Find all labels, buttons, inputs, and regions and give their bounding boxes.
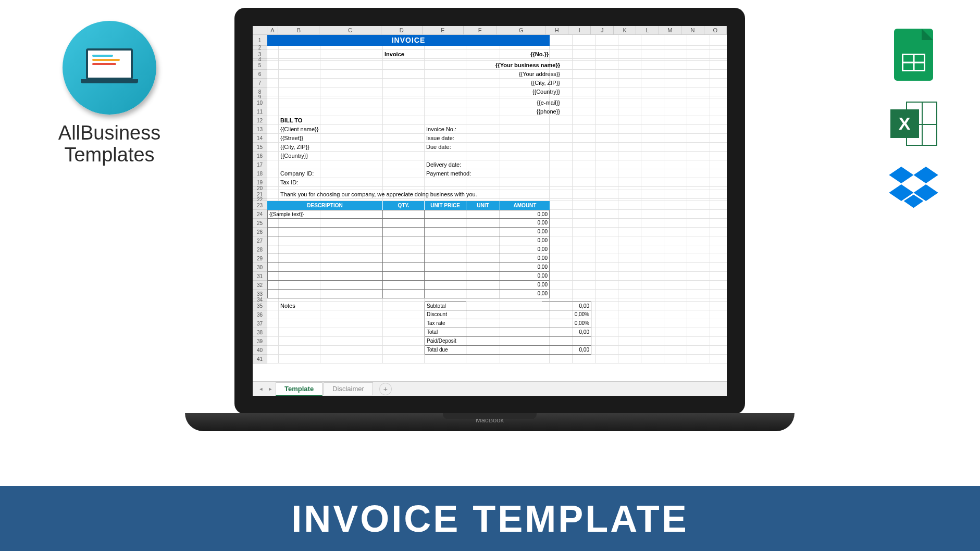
spreadsheet-screen: A B C D E F G H I J K L M N O 1234567891… [253,26,727,396]
column-headers[interactable]: A B C D E F G H I J K L M N O [253,26,727,35]
brand-name: AllBusiness Templates [42,122,177,166]
laptop-base: MacBook [185,413,795,431]
footer-banner: INVOICE TEMPLATE [0,486,980,551]
sheet-tabs: ◄ ► Template Disclaimer + [253,381,727,396]
logo-circle-icon [63,21,156,115]
dropbox-icon[interactable] [889,167,938,211]
tab-nav-next-icon[interactable]: ► [266,385,275,393]
tab-template[interactable]: Template [276,382,322,396]
app-icons-column: X [889,29,938,211]
add-sheet-button[interactable]: + [379,383,392,395]
spreadsheet-grid[interactable]: 1234567891011121314151617181920212223242… [253,35,727,381]
google-sheets-icon[interactable] [894,29,933,81]
excel-icon[interactable]: X [890,102,937,146]
tab-disclaimer[interactable]: Disclaimer [324,382,373,395]
laptop-mockup: A B C D E F G H I J K L M N O 1234567891… [185,8,795,461]
footer-title: INVOICE TEMPLATE [291,497,689,540]
brand-logo: AllBusiness Templates [42,21,177,166]
tab-nav-prev-icon[interactable]: ◄ [257,385,265,393]
